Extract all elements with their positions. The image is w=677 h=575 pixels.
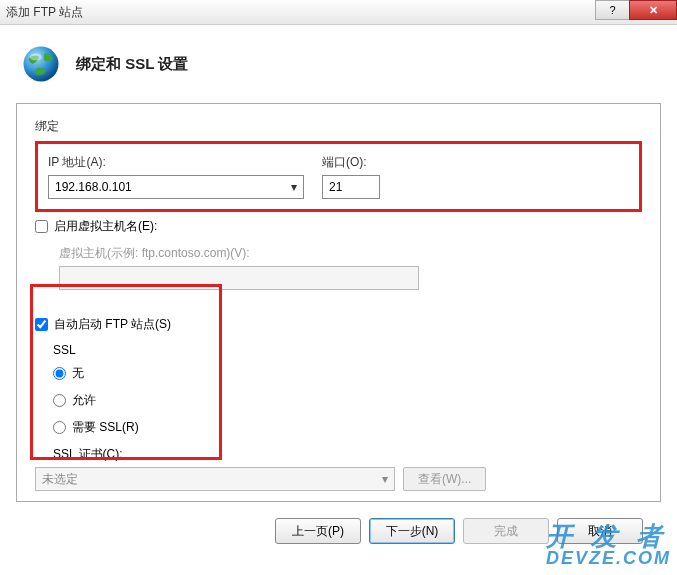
ssl-none-label: 无 bbox=[72, 365, 84, 382]
port-input[interactable] bbox=[322, 175, 380, 199]
autostart-checkbox[interactable] bbox=[35, 318, 48, 331]
port-label: 端口(O): bbox=[322, 154, 380, 171]
chevron-down-icon: ▾ bbox=[382, 472, 388, 486]
ssl-require-label: 需要 SSL(R) bbox=[72, 419, 139, 436]
port-field: 端口(O): bbox=[322, 154, 380, 199]
finish-button: 完成 bbox=[463, 518, 549, 544]
enable-virtual-host-checkbox[interactable] bbox=[35, 220, 48, 233]
ssl-cert-value: 未选定 bbox=[42, 471, 78, 488]
ssl-cert-label: SSL 证书(C): bbox=[53, 446, 642, 463]
view-cert-button: 查看(W)... bbox=[403, 467, 486, 491]
chevron-down-icon[interactable]: ▾ bbox=[285, 180, 303, 194]
ssl-none-radio[interactable] bbox=[53, 367, 66, 380]
ip-label: IP 地址(A): bbox=[48, 154, 304, 171]
cancel-button[interactable]: 取消 bbox=[557, 518, 643, 544]
window-title: 添加 FTP 站点 bbox=[6, 4, 83, 21]
help-button[interactable]: ? bbox=[595, 0, 630, 20]
svg-point-1 bbox=[30, 54, 42, 61]
globe-icon bbox=[20, 43, 62, 85]
cert-row: 未选定 ▾ 查看(W)... bbox=[35, 467, 642, 491]
binding-group-label: 绑定 bbox=[35, 118, 642, 135]
header: 绑定和 SSL 设置 bbox=[16, 35, 661, 103]
ssl-none-row: 无 bbox=[53, 365, 642, 382]
ssl-group: SSL 无 允许 需要 SSL(R) SSL 证书(C): bbox=[53, 343, 642, 463]
virtual-host-block: 虚拟主机(示例: ftp.contoso.com)(V): bbox=[59, 245, 642, 290]
autostart-label: 自动启动 FTP 站点(S) bbox=[54, 316, 171, 333]
ip-address-combo[interactable]: ▾ bbox=[48, 175, 304, 199]
footer-buttons: 上一页(P) 下一步(N) 完成 取消 bbox=[16, 502, 661, 544]
ssl-allow-radio[interactable] bbox=[53, 394, 66, 407]
dialog-body: 绑定和 SSL 设置 绑定 IP 地址(A): ▾ 端口(O): bbox=[0, 25, 677, 544]
titlebar-buttons: ? ✕ bbox=[596, 0, 677, 22]
svg-point-0 bbox=[24, 47, 59, 82]
enable-virtual-host-label: 启用虚拟主机名(E): bbox=[54, 218, 157, 235]
close-button[interactable]: ✕ bbox=[629, 0, 677, 20]
prev-button[interactable]: 上一页(P) bbox=[275, 518, 361, 544]
virtual-host-checkbox-row: 启用虚拟主机名(E): bbox=[35, 218, 642, 235]
virtual-host-input bbox=[59, 266, 419, 290]
ssl-allow-row: 允许 bbox=[53, 392, 642, 409]
page-title: 绑定和 SSL 设置 bbox=[76, 55, 188, 74]
ip-address-input[interactable] bbox=[49, 180, 285, 194]
next-button[interactable]: 下一步(N) bbox=[369, 518, 455, 544]
binding-row: IP 地址(A): ▾ 端口(O): bbox=[48, 154, 629, 199]
ip-field: IP 地址(A): ▾ bbox=[48, 154, 304, 199]
ssl-require-row: 需要 SSL(R) bbox=[53, 419, 642, 436]
binding-highlight-box: IP 地址(A): ▾ 端口(O): bbox=[35, 141, 642, 212]
virtual-host-hint: 虚拟主机(示例: ftp.contoso.com)(V): bbox=[59, 245, 642, 262]
content-frame: 绑定 IP 地址(A): ▾ 端口(O): 启用虚拟主机名(E): bbox=[16, 103, 661, 502]
ssl-allow-label: 允许 bbox=[72, 392, 96, 409]
ssl-group-label: SSL bbox=[53, 343, 642, 357]
titlebar: 添加 FTP 站点 ? ✕ bbox=[0, 0, 677, 25]
ssl-cert-select: 未选定 ▾ bbox=[35, 467, 395, 491]
ssl-require-radio[interactable] bbox=[53, 421, 66, 434]
autostart-row: 自动启动 FTP 站点(S) bbox=[35, 316, 642, 333]
